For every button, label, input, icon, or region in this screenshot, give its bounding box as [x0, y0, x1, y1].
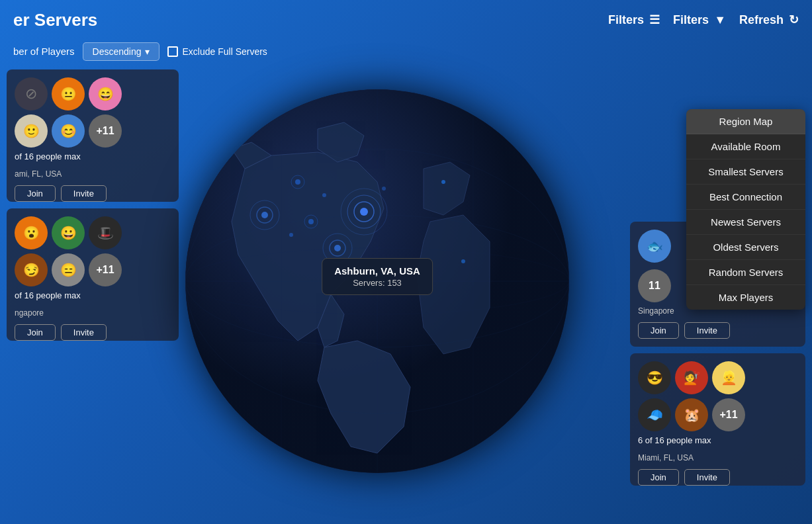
avatar-1: ⊘: [15, 77, 48, 110]
refresh-label: Refresh: [739, 13, 784, 27]
avatar-face: 🧢: [647, 407, 663, 423]
players-text-1: of 16 people max: [15, 152, 171, 161]
avatar-face: 😏: [23, 262, 40, 278]
menu-item-random-servers[interactable]: Random Servers: [686, 260, 805, 285]
avatar-face: 😮: [23, 225, 40, 241]
svg-point-24: [441, 180, 445, 184]
players-text-2: of 16 people max: [15, 290, 171, 300]
checkbox[interactable]: [167, 46, 178, 57]
avatar-face: 💇: [684, 370, 700, 386]
avatar-face: 😊: [60, 123, 77, 139]
avatar-face: 😐: [60, 86, 77, 102]
avatar-face: 😀: [60, 225, 77, 241]
sort-value: Descending: [93, 46, 142, 57]
globe-overlay: Ashburn, VA, USA Servers: 153: [165, 63, 589, 500]
players-text-4: 6 of 16 people max: [638, 435, 797, 445]
svg-point-17: [261, 212, 268, 218]
sort-label: ber of Players: [13, 46, 75, 57]
menu-item-newest-servers[interactable]: Newest Servers: [686, 210, 805, 235]
globe-svg: [185, 89, 569, 473]
main-content: ⊘ 😐 😄 🙂 😊 +11 of 16 people max: [0, 69, 812, 524]
menu-item-region-map[interactable]: Region Map: [686, 109, 805, 134]
svg-point-28: [382, 187, 386, 191]
avatar-face: 🙂: [23, 123, 40, 139]
avatar-face: 😎: [647, 370, 663, 386]
menu-item-oldest-servers[interactable]: Oldest Servers: [686, 235, 805, 260]
avatars-row-7: 😎 💇 👱: [638, 361, 797, 394]
menu-item-available-room[interactable]: Available Room: [686, 134, 805, 159]
avatar-face: 🐟: [647, 238, 663, 254]
avatars-row-3: 😮 😀 🎩: [15, 216, 171, 249]
avatar-count-2: +11: [89, 253, 122, 286]
menu-item-max-players[interactable]: Max Players: [686, 285, 805, 310]
svg-point-10: [360, 208, 368, 216]
invite-button-4[interactable]: Invite: [684, 469, 730, 486]
avatar-count-3: 11: [638, 269, 671, 302]
svg-point-25: [461, 259, 465, 263]
menu-item-best-connection[interactable]: Best Connection: [686, 185, 805, 210]
avatar-4: 🙂: [15, 114, 48, 148]
invite-button-2[interactable]: Invite: [61, 324, 107, 341]
avatars-row-4: 😏 😑 +11: [15, 253, 171, 286]
funnel-icon: ▼: [714, 13, 726, 27]
avatars-row-8: 🧢 🐹 +11: [638, 398, 797, 431]
svg-point-27: [322, 193, 326, 197]
avatar-count-1: +11: [89, 114, 122, 148]
avatar-12: 😎: [638, 361, 671, 394]
avatars-row: ⊘ 😐 😄: [15, 77, 171, 110]
join-button-1[interactable]: Join: [15, 185, 56, 202]
filters-button-2[interactable]: Filters ▼: [673, 13, 726, 27]
avatar-6: 😮: [15, 216, 48, 249]
svg-point-20: [308, 219, 314, 224]
filters-label-1: Filters: [608, 13, 644, 27]
exclude-full-checkbox[interactable]: Exclude Full Servers: [167, 46, 267, 57]
avatar-5: 😊: [52, 114, 85, 148]
avatar-16: 🐹: [675, 398, 708, 431]
filters-dropdown-menu: Region Map Available Room Smallest Serve…: [686, 109, 805, 310]
svg-point-22: [295, 179, 300, 185]
sort-dropdown[interactable]: Descending ▾: [83, 42, 160, 61]
avatar-15: 🧢: [638, 398, 671, 431]
invite-button-1[interactable]: Invite: [61, 185, 107, 202]
location-2: ngapore: [15, 308, 171, 318]
header-right: Filters ☰ Filters ▼ Refresh ↻: [608, 13, 799, 27]
location-1: ami, FL, USA: [15, 169, 171, 179]
refresh-button[interactable]: Refresh ↻: [739, 13, 799, 27]
avatars-row-2: 🙂 😊 +11: [15, 114, 171, 148]
filters-button-1[interactable]: Filters ☰: [608, 13, 660, 27]
globe: Ashburn, VA, USA Servers: 153: [185, 89, 569, 473]
avatar-9: 😏: [15, 253, 48, 286]
avatar-7: 😀: [52, 216, 85, 249]
avatar-2: 😐: [52, 77, 85, 110]
avatar-3: 😄: [89, 77, 122, 110]
join-button-4[interactable]: Join: [638, 469, 679, 486]
invite-button-3[interactable]: Invite: [684, 322, 730, 339]
avatar-10: 😑: [52, 253, 85, 286]
avatar-face: 👱: [721, 370, 737, 386]
join-button-3[interactable]: Join: [638, 322, 679, 339]
left-server-cards: ⊘ 😐 😄 🙂 😊 +11 of 16 people max: [7, 69, 179, 524]
avatar-face: 🎩: [97, 225, 114, 241]
join-button-2[interactable]: Join: [15, 324, 56, 341]
avatar-face: 😄: [97, 86, 114, 102]
page-title: er Servers: [13, 10, 97, 30]
card-buttons-3: Join Invite: [638, 322, 797, 339]
server-card-right-2: 😎 💇 👱 🧢 🐹 +11 6 of 16 people max: [630, 353, 805, 486]
card-buttons-2: Join Invite: [15, 324, 171, 341]
avatar-count-4: +11: [712, 398, 745, 431]
svg-point-14: [334, 245, 341, 251]
filter-lines-icon: ☰: [649, 13, 660, 27]
location-4: Miami, FL, USA: [638, 453, 797, 462]
avatar-face: 😑: [60, 262, 77, 278]
avatar-14: 👱: [712, 361, 745, 394]
card-buttons-4: Join Invite: [638, 469, 797, 486]
exclude-label: Exclude Full Servers: [182, 46, 267, 57]
server-card-left-2: 😮 😀 🎩 😏 😑 +11 of 16 people max: [7, 208, 179, 341]
avatar-11: 🐟: [638, 230, 671, 263]
filters-label-2: Filters: [673, 13, 709, 27]
avatar-8: 🎩: [89, 216, 122, 249]
header: er Servers Filters ☰ Filters ▼ Refresh ↻: [0, 0, 812, 40]
menu-item-smallest-servers[interactable]: Smallest Servers: [686, 159, 805, 185]
no-avatar-icon: ⊘: [25, 85, 37, 103]
avatar-face: 🐹: [684, 407, 700, 423]
